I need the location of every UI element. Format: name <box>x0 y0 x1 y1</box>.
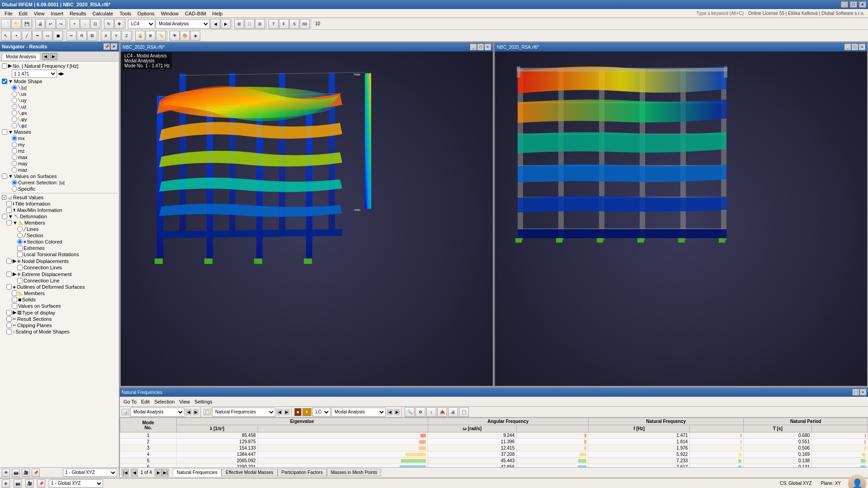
tb-select-all[interactable]: ⊞ <box>234 19 244 29</box>
nav-radio-my[interactable] <box>12 142 17 147</box>
results-tb-sort[interactable]: ↕ <box>426 407 436 417</box>
nav-values-surf-sub[interactable]: Values on Surfaces <box>1 303 118 309</box>
nav-scaling[interactable]: ↕ Scaling of Mode Shapes <box>1 328 118 335</box>
tb-table-btn[interactable]: ⊞ <box>87 31 97 41</box>
results-float-btn[interactable]: ⬚ <box>853 389 859 395</box>
status-cs-select[interactable]: 1 - Global XYZ <box>49 479 103 488</box>
results-page-last[interactable]: ▶| <box>162 469 169 477</box>
nav-mx[interactable]: mx <box>1 135 118 141</box>
results-tab-freq[interactable]: Natural Frequencies <box>173 469 222 476</box>
results-tb-print[interactable]: 🖨 <box>448 407 458 417</box>
results-freq-prev[interactable]: ◀ <box>276 409 283 415</box>
tb-view-front[interactable]: F <box>279 19 289 29</box>
tb-lc-select[interactable]: LC4 <box>128 19 155 28</box>
nav-conn-lines-checkbox[interactable] <box>17 265 23 270</box>
nav-maxmin-info[interactable]: ⬆ Max/Min Information <box>1 207 118 213</box>
tb-next-mode[interactable]: ▶ <box>221 19 231 29</box>
results-combo1[interactable]: Modal Analysis <box>130 408 184 417</box>
nav-pin-btn[interactable]: 📌 <box>104 43 110 50</box>
tb-lock-btn[interactable]: 🔒 <box>135 31 145 41</box>
results-page-next[interactable]: ▶ <box>155 469 162 477</box>
nav-radio-uy[interactable] <box>12 98 17 103</box>
minimize-btn[interactable]: _ <box>841 1 848 8</box>
results-tab-masses[interactable]: Masses in Mesh Points <box>327 469 382 476</box>
nav-specific[interactable]: Specific <box>1 186 118 192</box>
status-video-btn[interactable]: 🎥 <box>25 479 33 488</box>
tb-solid-btn[interactable]: ◼ <box>53 31 63 41</box>
nav-scaling-checkbox[interactable] <box>6 329 12 334</box>
nav-conn-lines[interactable]: Connection Lines <box>1 264 118 271</box>
nav-result-sections-checkbox[interactable] <box>6 316 12 322</box>
nav-clipping-planes[interactable]: ✂ Clipping Planes <box>1 322 118 328</box>
results-tb-search[interactable]: 🔍 <box>405 407 415 417</box>
nav-radio-mz[interactable] <box>12 148 17 154</box>
nav-radio-section-colored[interactable] <box>17 239 23 244</box>
menu-insert[interactable]: Insert <box>48 10 66 17</box>
tb-axis-z[interactable]: Z <box>122 31 132 41</box>
tb-rotate[interactable]: ↻ <box>104 19 114 29</box>
nav-radio-phiy[interactable] <box>12 117 17 122</box>
nav-radio-may[interactable] <box>12 161 17 166</box>
nav-torsional[interactable]: Local Torsional Rotations <box>1 251 118 258</box>
tb-select-window[interactable]: □ <box>245 19 255 29</box>
nav-bottom-btn4[interactable]: 📌 <box>32 469 40 477</box>
tb-redo[interactable]: ↪ <box>56 19 66 29</box>
nav-extreme-expand[interactable]: ▶ <box>13 271 16 277</box>
tb-print[interactable]: 🖨 <box>35 19 45 29</box>
tb-zoom-fit[interactable]: ⊡ <box>90 19 100 29</box>
nav-maz[interactable]: maz <box>1 167 118 173</box>
tb-new[interactable]: 📄 <box>1 19 11 29</box>
nav-tab-next[interactable]: ▶ <box>50 53 57 60</box>
menu-edit[interactable]: Edit <box>16 10 30 17</box>
tb-axis-y[interactable]: Y <box>111 31 121 41</box>
nav-radio-section[interactable] <box>17 233 23 238</box>
nav-title-info-checkbox[interactable] <box>6 201 12 206</box>
tb-deselect[interactable]: ⊟ <box>255 19 265 29</box>
nav-uy[interactable]: ╲ uy <box>1 97 118 103</box>
nav-bottom-btn3[interactable]: 🎥 <box>22 469 30 477</box>
nav-outlines-checkbox[interactable] <box>6 284 12 290</box>
nav-freq-select[interactable]: 1 1.471 <box>12 70 57 78</box>
cs-select[interactable]: 1 - Global XYZ <box>63 469 117 477</box>
nav-title-info[interactable]: ℹ Title Information <box>1 201 118 207</box>
tb-open[interactable]: 📁 <box>11 19 21 29</box>
status-photo-btn[interactable]: 📷 <box>14 479 22 488</box>
nav-radio-phix[interactable] <box>12 110 17 116</box>
nav-masses-expand[interactable]: ▼ <box>8 129 13 135</box>
tb-view-side[interactable]: S <box>289 19 299 29</box>
nav-mode-shape-checkbox[interactable] <box>2 79 7 84</box>
nav-extreme-disp-checkbox[interactable] <box>6 272 12 277</box>
menu-window[interactable]: Window <box>158 10 181 17</box>
results-edit-btn[interactable]: Edit <box>139 399 151 405</box>
tb-select-btn[interactable]: ↖ <box>1 31 11 41</box>
view-right-close[interactable]: × <box>859 44 865 50</box>
tb-axis-x[interactable]: X <box>101 31 111 41</box>
menu-help[interactable]: Help <box>210 10 226 17</box>
tb-member-btn[interactable]: ━ <box>32 31 42 41</box>
view-left-min[interactable]: _ <box>470 44 476 50</box>
results-lc-next[interactable]: ▶ <box>394 409 400 415</box>
nav-deformation-expand[interactable]: ▼ <box>8 214 13 219</box>
nav-uz[interactable]: ╲ uz <box>1 103 118 110</box>
view-right-min[interactable]: _ <box>844 44 851 50</box>
status-pin-btn[interactable]: 📌 <box>37 479 45 488</box>
results-freq-next[interactable]: ▶ <box>283 409 290 415</box>
nav-radio-current[interactable] <box>12 180 17 185</box>
results-combo-prev[interactable]: ◀ <box>185 409 192 415</box>
results-tb-export[interactable]: 📤 <box>437 407 447 417</box>
results-view-btn[interactable]: View <box>177 399 192 405</box>
window-controls[interactable]: _ □ × <box>841 1 866 8</box>
results-analysis-select[interactable]: Modal Analysis <box>331 408 386 417</box>
nav-torsional-checkbox[interactable] <box>17 252 23 257</box>
nav-members-outline[interactable]: 📐 Members <box>1 290 118 296</box>
results-tb-copy[interactable]: 📋 <box>459 407 469 417</box>
nav-values-surfaces-checkbox[interactable] <box>2 174 7 179</box>
menu-cad-bim[interactable]: CAD-BIM <box>182 10 208 17</box>
nav-phix[interactable]: ╲ φx <box>1 110 118 116</box>
nav-current-selection[interactable]: Current Selection: |u| <box>1 179 118 186</box>
nav-phiy[interactable]: ╲ φy <box>1 116 118 122</box>
menu-options[interactable]: Options <box>135 10 157 17</box>
nav-freq-nav-next[interactable]: ▶ <box>61 71 64 76</box>
nav-bottom-btn1[interactable]: 👁 <box>2 469 10 477</box>
nav-extremes-checkbox[interactable] <box>17 245 23 251</box>
